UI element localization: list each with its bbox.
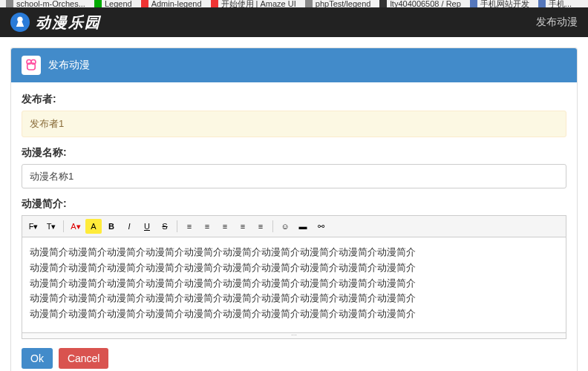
intro-label: 动漫简介: (22, 197, 566, 211)
tool-image[interactable]: ▬ (295, 219, 311, 234)
brand[interactable]: 动漫乐园 (10, 13, 101, 33)
bookmark-icon (305, 0, 313, 7)
toolbar-separator (177, 220, 177, 232)
ok-button[interactable]: Ok (22, 348, 53, 369)
editor-line: 动漫简介动漫简介动漫简介动漫简介动漫简介动漫简介动漫简介动漫简介动漫简介动漫简介 (30, 306, 558, 322)
bookmark-item[interactable]: 手机... (538, 0, 572, 7)
name-input[interactable] (22, 164, 566, 188)
editor-line: 动漫简介动漫简介动漫简介动漫简介动漫简介动漫简介动漫简介动漫简介动漫简介动漫简介 (30, 291, 558, 306)
toolbar-separator (272, 220, 273, 232)
editor-line: 动漫简介动漫简介动漫简介动漫简介动漫简介动漫简介动漫简介动漫简介动漫简介动漫简介 (30, 276, 558, 292)
tool-fontcolor[interactable]: A▾ (68, 219, 84, 234)
group-name: 动漫名称: (22, 146, 566, 188)
bookmark-icon (6, 0, 13, 7)
nav-link-publish[interactable]: 发布动漫 (536, 16, 578, 29)
panel-icon (22, 56, 41, 75)
tool-emoji[interactable]: ☺ (277, 219, 293, 234)
publisher-value: 发布者1 (22, 111, 566, 137)
tool-list-ul[interactable]: ≡ (252, 219, 269, 234)
editor-line: 动漫简介动漫简介动漫简介动漫简介动漫简介动漫简介动漫简介动漫简介动漫简介动漫简介 (30, 245, 558, 260)
tool-align-right[interactable]: ≡ (217, 219, 233, 234)
cancel-button[interactable]: Cancel (59, 348, 109, 369)
editor-resize-handle[interactable]: ⋯ (22, 333, 566, 339)
publisher-label: 发布者: (22, 93, 566, 106)
bookmark-label: 手机网站开发 (480, 0, 529, 7)
bookmark-icon (379, 0, 387, 7)
bookmark-icon (470, 0, 477, 7)
bookmark-label: Admin-legend (151, 0, 202, 7)
bookmark-label: 开始使用 | Amaze UI (221, 0, 296, 7)
bookmark-item[interactable]: school-m-Orches... (6, 0, 85, 7)
tool-underline[interactable]: U (139, 219, 155, 234)
tool-align-center[interactable]: ≡ (199, 219, 215, 234)
tool-align-left[interactable]: ≡ (181, 219, 197, 234)
editor-textarea[interactable]: 动漫简介动漫简介动漫简介动漫简介动漫简介动漫简介动漫简介动漫简介动漫简介动漫简介… (22, 237, 566, 333)
bookmark-icon (94, 0, 102, 7)
panel-title: 发布动漫 (48, 59, 90, 72)
editor-toolbar: F▾ T▾ A▾ A B I U S ≡ ≡ ≡ ≡ ≡ ☺ (22, 215, 566, 237)
navbar: 动漫乐园 发布动漫 (0, 7, 588, 37)
tool-bold[interactable]: B (103, 219, 120, 234)
bookmark-label: phpTest/legend (316, 0, 371, 7)
bookmark-item[interactable]: Admin-legend (141, 0, 202, 7)
browser-bookmark-bar: school-m-Orches...LegendAdmin-legend开始使用… (0, 0, 588, 7)
brand-icon (10, 13, 30, 32)
bookmark-item[interactable]: Legend (94, 0, 132, 7)
tool-size[interactable]: T▾ (43, 219, 59, 234)
tool-strike[interactable]: S (157, 219, 173, 234)
bookmark-label: 手机... (549, 0, 572, 7)
bookmark-label: lty404006508 / Rep (390, 0, 460, 7)
panel-header: 发布动漫 (11, 48, 577, 82)
group-publisher: 发布者: 发布者1 (22, 93, 566, 137)
panel-body: 发布者: 发布者1 动漫名称: 动漫简介: F▾ T▾ A▾ A B I U (11, 82, 577, 371)
editor-line: 动漫简介动漫简介动漫简介动漫简介动漫简介动漫简介动漫简介动漫简介动漫简介动漫简介 (30, 260, 558, 276)
tool-highlight[interactable]: A (85, 219, 102, 234)
bookmark-item[interactable]: lty404006508 / Rep (379, 0, 460, 7)
bookmark-item[interactable]: 开始使用 | Amaze UI (211, 0, 296, 7)
group-intro: 动漫简介: F▾ T▾ A▾ A B I U S ≡ ≡ ≡ ≡ ≡ (22, 197, 566, 339)
bookmark-label: school-m-Orches... (16, 0, 85, 7)
toolbar-separator (63, 220, 64, 232)
main-container: 发布动漫 发布者: 发布者1 动漫名称: 动漫简介: F▾ T▾ A▾ A B (0, 37, 588, 371)
name-label: 动漫名称: (22, 146, 566, 160)
tool-format[interactable]: F▾ (25, 219, 42, 234)
bookmark-item[interactable]: phpTest/legend (305, 0, 371, 7)
bookmark-item[interactable]: 手机网站开发 (470, 0, 529, 7)
bookmark-icon (141, 0, 148, 7)
bookmark-icon (211, 0, 218, 7)
panel: 发布动漫 发布者: 发布者1 动漫名称: 动漫简介: F▾ T▾ A▾ A B (10, 47, 578, 371)
tool-italic[interactable]: I (121, 219, 137, 234)
bookmark-label: Legend (105, 0, 132, 7)
tool-list-ol[interactable]: ≡ (235, 219, 251, 234)
brand-text: 动漫乐园 (36, 13, 101, 33)
bookmark-icon (538, 0, 546, 7)
tool-link[interactable]: ⚯ (313, 219, 329, 234)
button-row: Ok Cancel (22, 348, 566, 369)
